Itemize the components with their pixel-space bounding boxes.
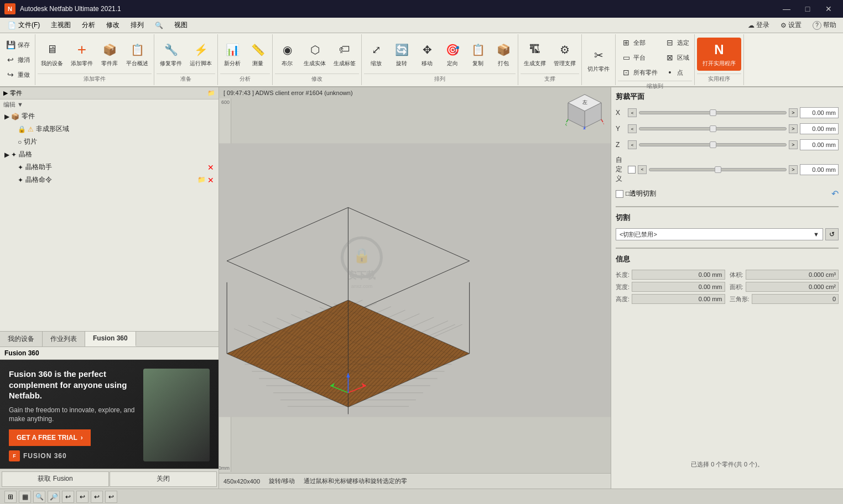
statusbar-undo1-btn[interactable]: ↩ [62, 491, 74, 503]
search-icon: 🔍 [155, 22, 163, 29]
scale-button[interactable]: ⤢ 缩放 [364, 39, 388, 70]
app-logo: N [4, 3, 15, 14]
x-slider[interactable] [639, 111, 787, 114]
run-script-button[interactable]: ⚡ 运行脚本 [186, 39, 215, 70]
statusbar-zoom-out-btn[interactable]: 🔎 [48, 491, 60, 503]
y-left-btn[interactable]: < [628, 124, 637, 133]
zoom-region-button[interactable]: ⊠ 区域 [662, 50, 692, 65]
statusbar-grid-btn[interactable]: ⊞ [4, 491, 17, 503]
transparent-checkbox[interactable] [616, 190, 623, 198]
z-slider[interactable] [639, 143, 787, 146]
scale-icon: ⤢ [367, 41, 385, 59]
z-right-btn[interactable]: > [789, 140, 798, 149]
get-free-trial-button[interactable]: GET A FREE TRIAL › [9, 429, 91, 446]
my-device-button[interactable]: 🖥 我的设备 [38, 39, 66, 70]
settings-button[interactable]: ⚙ 设置 [776, 19, 806, 32]
cloud-login-button[interactable]: ☁ 登录 [743, 19, 774, 32]
menu-analyze[interactable]: 分析 [76, 18, 101, 32]
redo-button[interactable]: ↪ 重做 [2, 67, 33, 82]
copy-button[interactable]: 📋 复制 [466, 39, 490, 70]
custom-slider[interactable] [649, 168, 787, 171]
viewport[interactable]: [ 09:47:43 ] ADWS client error #1604 (un… [219, 87, 611, 489]
z-value[interactable]: 0.00 mm [800, 139, 839, 150]
cut-part-button[interactable]: ✂ 切片零件 [584, 44, 613, 75]
zoom-dot-button[interactable]: • 点 [662, 65, 692, 80]
orientation-cube[interactable]: 左 Y X Z [565, 92, 604, 130]
pack-button[interactable]: 📦 打包 [491, 39, 516, 70]
x-value[interactable]: 0.00 mm [800, 107, 839, 118]
tree-item-parts[interactable]: ▶ 📦 零件 [0, 110, 218, 123]
menu-repair[interactable]: 修改 [101, 18, 125, 32]
undo-button[interactable]: ↩ 撤消 [2, 53, 33, 67]
statusbar-table-btn[interactable]: ▦ [19, 491, 31, 503]
zoom-select-button[interactable]: ⊟ 选定 [662, 35, 692, 50]
rotate-button[interactable]: 🔄 旋转 [389, 39, 414, 70]
z-left-btn[interactable]: < [628, 140, 637, 149]
tab-my-device[interactable]: 我的设备 [0, 332, 43, 347]
orient-button[interactable]: 🎯 定向 [440, 39, 465, 70]
zoom-platform-button[interactable]: ▭ 平台 [618, 50, 660, 65]
menu-search[interactable]: 🔍 [149, 19, 169, 32]
menu-home[interactable]: 主视图 [45, 18, 76, 32]
custom-left-btn[interactable]: < [638, 165, 647, 174]
statusbar-undo2-btn[interactable]: ↩ [76, 491, 89, 503]
menu-arrange[interactable]: 排列 [125, 18, 149, 32]
manage-support-button[interactable]: ⚙ 管理支撑 [550, 39, 579, 70]
new-analysis-button[interactable]: 📊 新分析 [220, 39, 244, 70]
x-left-btn[interactable]: < [628, 108, 637, 117]
tree-item-lattice-cmd[interactable]: ✦ 晶格命令 📁 ✕ [0, 174, 218, 186]
maximize-button[interactable]: □ [798, 1, 818, 17]
bool-button[interactable]: ◉ 布尔 [275, 39, 299, 70]
edit-label[interactable]: 编辑 ▼ [3, 101, 23, 109]
statusbar-zoom-in-btn[interactable]: 🔍 [33, 491, 45, 503]
add-part-button[interactable]: + 添加零件 [67, 39, 96, 70]
selected-info-area: 已选择 0 个零件(共 0 个)。 [616, 307, 839, 484]
custom-checkbox[interactable] [628, 166, 636, 174]
close-button[interactable]: ✕ [819, 1, 839, 17]
custom-right-btn[interactable]: > [789, 165, 798, 174]
minimize-button[interactable]: — [777, 1, 797, 17]
undo-cut-button[interactable]: ↶ [831, 188, 839, 199]
measure-button[interactable]: 📏 测量 [246, 39, 270, 70]
custom-value[interactable]: 0.00 mm [800, 164, 839, 175]
move-button[interactable]: ✥ 移动 [415, 39, 439, 70]
tree-title: 零件 [10, 89, 22, 97]
zoom-all-button[interactable]: ⊞ 全部 [618, 35, 660, 50]
menu-view[interactable]: 视图 [169, 18, 193, 32]
tree-item-lattice[interactable]: ▶ ✦ 晶格 [0, 148, 218, 161]
y-right-btn[interactable]: > [789, 124, 798, 133]
statusbar-undo4-btn[interactable]: ↩ [105, 491, 117, 503]
parts-lib-button[interactable]: 📦 零件库 [97, 39, 122, 70]
statusbar-undo3-btn[interactable]: ↩ [91, 491, 103, 503]
help-icon: ? [813, 21, 821, 30]
gen-support-button[interactable]: 🏗 生成支撑 [521, 39, 549, 70]
volume-value: 0.000 cm³ [746, 270, 839, 280]
platform-desc-button[interactable]: 📋 平台概述 [123, 39, 152, 70]
tab-job-list[interactable]: 作业列表 [43, 332, 85, 347]
save-button[interactable]: 💾 保存 [2, 38, 33, 52]
x-right-btn[interactable]: > [789, 108, 798, 117]
tree-item-slice[interactable]: ○ 切片 [0, 135, 218, 148]
zoom-all-parts-button[interactable]: ⊡ 所有零件 [618, 65, 660, 80]
close-panel-button[interactable]: 关闭 [110, 471, 217, 487]
open-app-button[interactable]: N 打开实用程序 [697, 38, 741, 71]
analysis-group: 📊 新分析 📏 测量 分析 [218, 34, 273, 85]
get-fusion-button[interactable]: 获取 Fusion [2, 471, 109, 487]
tab-fusion360[interactable]: Fusion 360 [85, 332, 136, 347]
cut-refresh-button[interactable]: ↺ [825, 228, 839, 240]
tree-item-nonform[interactable]: 🔒 ⚠ 非成形区域 [0, 123, 218, 135]
tree-item-lattice-helper[interactable]: ✦ 晶格助手 ✕ [0, 161, 218, 174]
gen-solid-button[interactable]: ⬡ 生成实体 [300, 39, 329, 70]
y-value[interactable]: 0.00 mm [800, 123, 839, 134]
gen-tag-button[interactable]: 🏷 生成标签 [330, 39, 359, 70]
delete2-icon[interactable]: ✕ [207, 176, 214, 185]
y-slider[interactable] [639, 127, 787, 130]
volume-label: 体积: [730, 271, 743, 279]
repair-part-button[interactable]: 🔧 修复零件 [157, 39, 185, 70]
help-button[interactable]: ? 帮助 [808, 19, 841, 32]
delete-icon[interactable]: ✕ [207, 163, 214, 172]
menu-file[interactable]: 📄 文件(F) [2, 18, 45, 32]
folder-icon[interactable]: 📁 [197, 176, 206, 185]
cut-dropdown[interactable]: <切割已禁用> ▼ [616, 228, 823, 240]
cut-part-group: ✂ 切片零件 [582, 34, 616, 85]
